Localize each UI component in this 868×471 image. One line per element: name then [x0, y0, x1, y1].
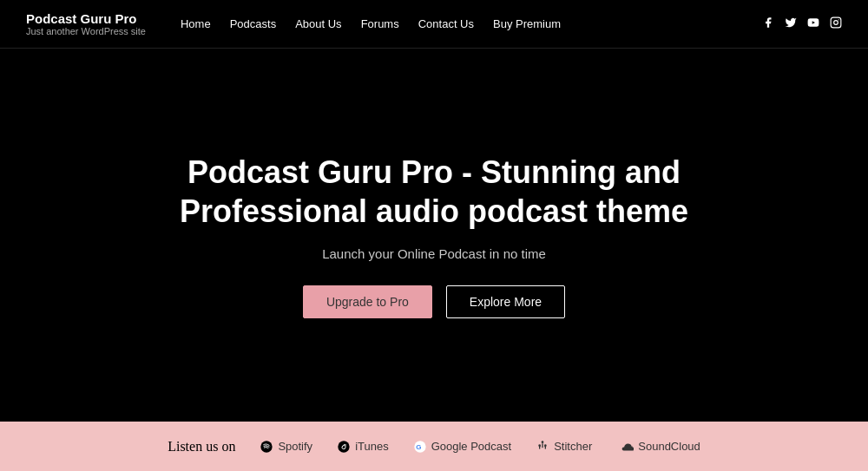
brand-subtitle: Just another WordPress site	[26, 26, 146, 36]
upgrade-button[interactable]: Upgrade to Pro	[303, 285, 432, 318]
nav-item-about[interactable]: About Us	[295, 17, 341, 30]
twitter-icon[interactable]	[785, 16, 797, 32]
platform-stitcher-label: Stitcher	[554, 440, 592, 453]
platform-stitcher[interactable]: Stitcher	[536, 440, 592, 454]
nav-item-podcasts[interactable]: Podcasts	[230, 17, 276, 30]
nav-item-contact[interactable]: Contact Us	[418, 17, 474, 30]
facebook-icon[interactable]	[762, 16, 774, 32]
main-nav: Home Podcasts About Us Forums Contact Us…	[181, 17, 762, 30]
footer: Listen us on Spotify iTunes G Google Pod…	[0, 422, 868, 471]
hero-title: Podcast Guru Pro - Stunning and Professi…	[152, 153, 716, 231]
svg-rect-13	[545, 445, 546, 448]
social-icons	[762, 16, 842, 32]
platform-soundcloud[interactable]: SoundCloud	[616, 440, 700, 453]
instagram-icon[interactable]	[830, 16, 842, 32]
hero-subtitle: Launch your Online Podcast in no time	[322, 246, 546, 261]
nav-item-premium[interactable]: Buy Premium	[493, 17, 561, 30]
youtube-icon[interactable]	[807, 16, 819, 32]
svg-point-8	[542, 441, 544, 443]
nav-item-home[interactable]: Home	[181, 17, 211, 30]
svg-point-4	[261, 441, 273, 452]
svg-text:G: G	[416, 442, 421, 450]
svg-point-3	[838, 19, 839, 20]
svg-rect-9	[542, 443, 543, 448]
brand-title[interactable]: Podcast Guru Pro	[26, 11, 146, 26]
platform-google-podcast[interactable]: G Google Podcast	[413, 440, 512, 454]
svg-rect-11	[539, 445, 540, 448]
svg-rect-1	[831, 17, 841, 28]
svg-point-5	[338, 441, 349, 452]
platform-itunes[interactable]: iTunes	[337, 440, 389, 454]
listen-label: Listen us on	[168, 439, 235, 455]
hero-buttons: Upgrade to Pro Explore More	[303, 285, 565, 318]
nav-item-forums[interactable]: Forums	[361, 17, 399, 30]
platform-spotify[interactable]: Spotify	[260, 440, 312, 454]
platform-soundcloud-label: SoundCloud	[638, 440, 700, 453]
platform-spotify-label: Spotify	[278, 440, 312, 453]
platform-itunes-label: iTunes	[355, 440, 389, 453]
explore-button[interactable]: Explore More	[446, 285, 565, 318]
brand: Podcast Guru Pro Just another WordPress …	[26, 11, 146, 36]
header: Podcast Guru Pro Just another WordPress …	[0, 0, 868, 49]
platform-google-podcast-label: Google Podcast	[431, 440, 512, 453]
svg-point-2	[834, 20, 838, 24]
hero-section: Podcast Guru Pro - Stunning and Professi…	[0, 49, 868, 422]
